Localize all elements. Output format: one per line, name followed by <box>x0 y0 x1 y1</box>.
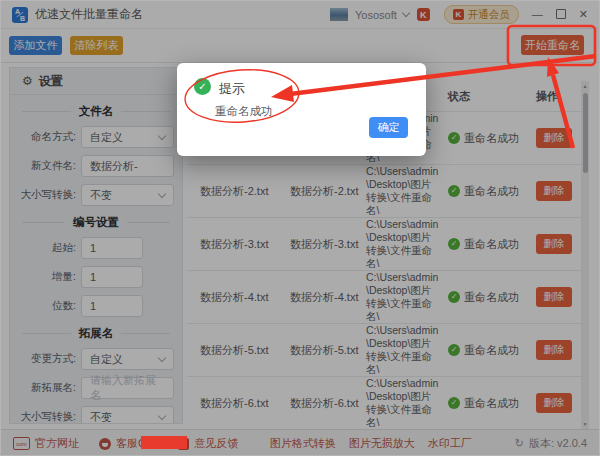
dialog-message: 重命名成功 <box>215 104 273 119</box>
success-dialog: ✓ 提示 重命名成功 确定 <box>177 63 426 156</box>
success-check-icon: ✓ <box>194 78 211 95</box>
app-window: A B 优速文件批量重命名 Yososoft K K 开通会员 — ✕ 添加文件… <box>0 0 600 456</box>
confirm-button[interactable]: 确定 <box>369 117 408 138</box>
dialog-title: 提示 <box>219 80 245 98</box>
